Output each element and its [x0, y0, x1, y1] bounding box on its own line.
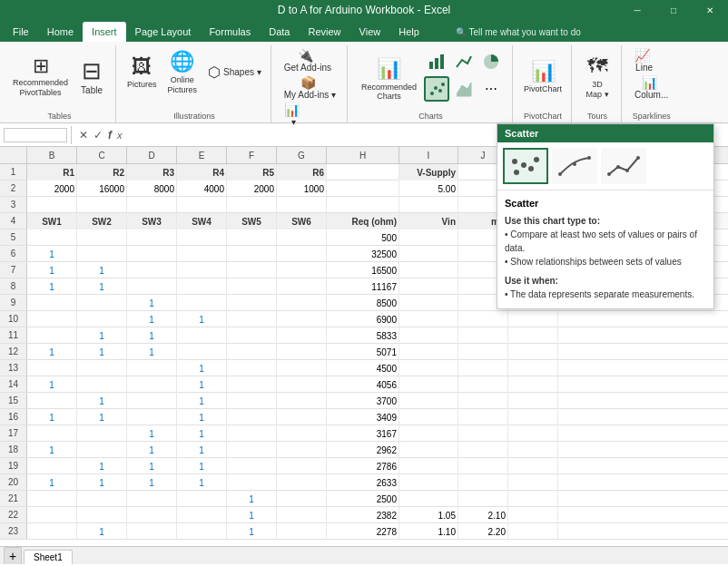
cell[interactable]: R6 [277, 164, 327, 181]
cell[interactable]: 2278 [327, 523, 399, 540]
cell[interactable]: SW1 [27, 213, 77, 229]
cell[interactable]: Vin [399, 213, 458, 229]
pie-chart-button[interactable] [478, 49, 504, 74]
cell[interactable]: 1 [77, 327, 127, 344]
cell[interactable]: 1 [27, 474, 77, 491]
cell[interactable]: 1 [127, 474, 177, 491]
cell[interactable]: 1 [127, 425, 177, 442]
area-chart-button[interactable] [451, 76, 477, 102]
cell[interactable] [127, 262, 177, 278]
cell[interactable] [458, 327, 508, 344]
cell[interactable] [177, 507, 227, 523]
cell[interactable]: 1 [227, 491, 277, 507]
cell[interactable] [508, 393, 558, 409]
cell[interactable] [327, 164, 399, 181]
tab-file[interactable]: File [4, 22, 38, 42]
cell[interactable] [227, 311, 277, 327]
cell[interactable]: 1 [177, 425, 227, 442]
cell[interactable]: R2 [77, 164, 127, 181]
cell[interactable] [127, 393, 177, 409]
cell[interactable] [399, 458, 458, 474]
cell[interactable] [127, 360, 177, 376]
extra-addin-button[interactable]: 📊 ▾ [279, 102, 309, 127]
col-header-H[interactable]: H [327, 147, 399, 163]
cell[interactable] [508, 458, 558, 474]
cell[interactable]: 11167 [327, 278, 399, 295]
cell[interactable] [27, 491, 77, 507]
cell[interactable] [277, 262, 327, 278]
cell[interactable] [277, 491, 327, 507]
cell[interactable]: 1 [127, 295, 177, 311]
cell[interactable] [458, 344, 508, 360]
cell[interactable] [399, 344, 458, 360]
cell[interactable]: 1 [77, 344, 127, 360]
cell[interactable] [77, 295, 127, 311]
cell[interactable] [458, 474, 508, 491]
cell[interactable] [458, 360, 508, 376]
cell[interactable]: 2633 [327, 474, 399, 491]
cell[interactable] [277, 360, 327, 376]
close-button[interactable]: ✕ [692, 0, 728, 20]
recommended-charts-button[interactable]: 📊 RecommendedCharts [358, 49, 420, 109]
cell[interactable] [508, 311, 558, 327]
cell[interactable] [177, 262, 227, 278]
cell[interactable] [77, 425, 127, 442]
cell[interactable] [508, 360, 558, 376]
cell[interactable] [77, 229, 127, 246]
cell[interactable]: 4000 [177, 181, 227, 197]
pivot-chart-button[interactable]: 📊 PivotChart [520, 47, 566, 107]
cell[interactable]: 1 [177, 458, 227, 474]
cell[interactable]: 2786 [327, 458, 399, 474]
tab-home[interactable]: Home [38, 22, 83, 42]
cell[interactable]: 1 [177, 442, 227, 458]
cell[interactable]: SW3 [127, 213, 177, 229]
table-button[interactable]: ⊟ Table [74, 47, 110, 107]
scatter-smooth-lines-button[interactable] [552, 148, 597, 184]
cell[interactable]: 1 [177, 360, 227, 376]
cell[interactable]: 16000 [77, 181, 127, 197]
cell[interactable] [277, 523, 327, 540]
cell[interactable] [177, 246, 227, 262]
tab-view[interactable]: View [350, 22, 390, 42]
sheet-tab-sheet1[interactable]: Sheet1 [24, 550, 73, 564]
cell[interactable] [27, 311, 77, 327]
cell[interactable] [227, 360, 277, 376]
cell[interactable]: 32500 [327, 246, 399, 262]
cell[interactable] [127, 246, 177, 262]
cell[interactable] [399, 262, 458, 278]
cell[interactable] [277, 376, 327, 393]
minimize-button[interactable]: ─ [619, 0, 655, 20]
cell[interactable]: 5.00 [399, 181, 458, 197]
col-header-C[interactable]: C [77, 147, 127, 163]
cell[interactable] [458, 442, 508, 458]
cell[interactable]: 1000 [277, 181, 327, 197]
cell[interactable] [277, 344, 327, 360]
cell[interactable] [458, 491, 508, 507]
cell[interactable]: R4 [177, 164, 227, 181]
cell[interactable] [399, 376, 458, 393]
maximize-button[interactable]: □ [655, 0, 692, 20]
cell[interactable] [508, 425, 558, 442]
cell[interactable] [127, 197, 177, 213]
cell[interactable]: 16500 [327, 262, 399, 278]
cell[interactable]: 8000 [127, 181, 177, 197]
cell[interactable] [27, 360, 77, 376]
cell[interactable] [399, 442, 458, 458]
cell[interactable]: 5833 [327, 327, 399, 344]
cell[interactable] [227, 344, 277, 360]
cell[interactable] [399, 295, 458, 311]
cell[interactable]: 3167 [327, 425, 399, 442]
cell[interactable] [227, 376, 277, 393]
cell[interactable] [127, 491, 177, 507]
cell[interactable]: SW2 [77, 213, 127, 229]
cell[interactable] [177, 278, 227, 295]
cell[interactable] [399, 474, 458, 491]
cell[interactable]: 6900 [327, 311, 399, 327]
cell[interactable]: 1 [127, 442, 177, 458]
cell[interactable]: 1 [77, 262, 127, 278]
cell[interactable] [508, 376, 558, 393]
cell[interactable]: 500 [327, 229, 399, 246]
cell[interactable]: 1 [27, 376, 77, 393]
cell[interactable]: R1 [27, 164, 77, 181]
cell[interactable] [399, 229, 458, 246]
